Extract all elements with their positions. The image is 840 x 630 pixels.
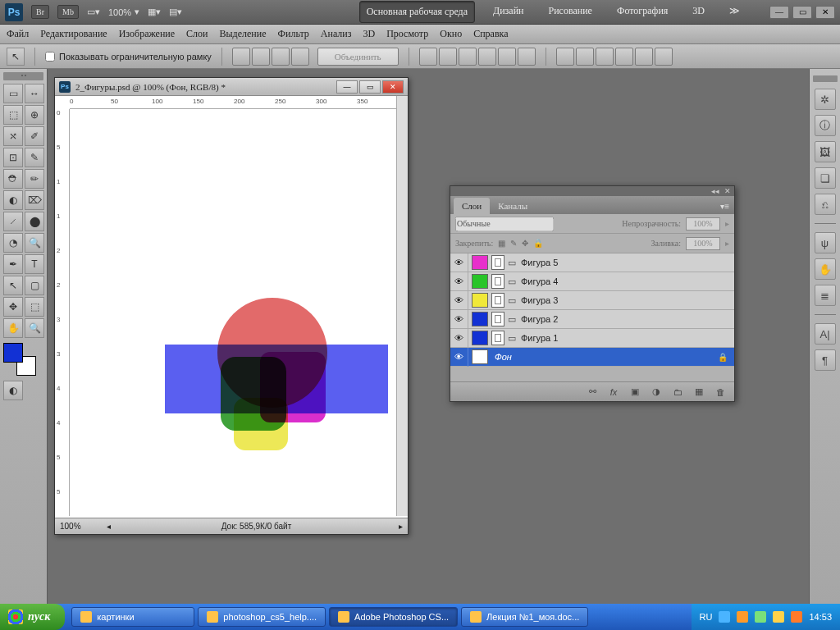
layer-row[interactable]: 👁▭Фигура 5 xyxy=(450,253,734,272)
link-layers-icon[interactable]: ⚯ xyxy=(585,385,600,399)
tool-15[interactable]: 🔍 xyxy=(25,233,44,253)
fill-field[interactable]: 100% xyxy=(686,237,720,250)
tool-23[interactable]: 🔍 xyxy=(25,318,44,338)
toolbox-grip-icon[interactable] xyxy=(3,72,43,80)
menu-edit[interactable]: Редактирование xyxy=(40,28,107,40)
tray-icon-2[interactable] xyxy=(737,611,748,623)
dock-icon-7[interactable]: ✋ xyxy=(815,258,836,280)
taskbar-task[interactable]: картинки xyxy=(71,607,194,627)
tool-4[interactable]: ⤯ xyxy=(3,126,23,146)
canvas[interactable] xyxy=(70,109,396,516)
vertical-ruler[interactable]: 051122334455 xyxy=(55,109,70,516)
layer-row[interactable]: 👁▭Фигура 4 xyxy=(450,272,734,291)
arrange-dropdown[interactable]: ▦▾ xyxy=(148,7,161,17)
ws-tab-3d[interactable]: 3D xyxy=(686,1,711,23)
dock-icon-10[interactable]: A| xyxy=(815,323,836,345)
menu-view[interactable]: Просмотр xyxy=(386,28,428,40)
tool-3[interactable]: ⊕ xyxy=(25,105,44,125)
close-button[interactable]: ✕ xyxy=(815,6,835,19)
doc-nav-icon[interactable]: ◂ xyxy=(103,522,114,531)
visibility-icon[interactable]: 👁 xyxy=(450,329,468,348)
screenmode-dropdown[interactable]: ▭▾ xyxy=(87,7,100,17)
extras-dropdown[interactable]: ▤▾ xyxy=(169,7,182,17)
align-btn-3[interactable] xyxy=(272,48,290,66)
menu-file[interactable]: Файл xyxy=(7,28,29,40)
dist-bottom-icon[interactable] xyxy=(596,48,614,66)
dock-icon-0[interactable]: ✲ xyxy=(815,89,836,110)
adjustment-layer-icon[interactable]: ◑ xyxy=(649,385,664,399)
menu-3d[interactable]: 3D xyxy=(363,28,375,40)
layer-row[interactable]: 👁▭Фигура 2 xyxy=(450,310,734,329)
horizontal-ruler[interactable]: 050100150200250300350 xyxy=(70,96,396,109)
layer-fx-icon[interactable]: fx xyxy=(606,385,621,399)
tool-14[interactable]: ◔ xyxy=(3,233,23,253)
align-right-icon[interactable] xyxy=(518,48,536,66)
layer-group-icon[interactable]: 🗀 xyxy=(670,385,685,399)
merge-button[interactable]: Объединить xyxy=(317,48,399,66)
menu-filter[interactable]: Фильтр xyxy=(278,28,309,40)
tool-8[interactable]: ⛑ xyxy=(3,169,23,189)
taskbar-task[interactable]: photoshop_cs5_help.... xyxy=(198,607,326,627)
doc-vscrollbar[interactable] xyxy=(396,96,408,516)
tool-6[interactable]: ⊡ xyxy=(3,148,23,167)
quickmask-icon[interactable]: ◐ xyxy=(3,381,23,400)
delete-layer-icon[interactable]: 🗑 xyxy=(713,385,728,399)
tool-11[interactable]: ⌦ xyxy=(25,190,44,210)
vector-mask-icon[interactable] xyxy=(491,274,504,289)
align-top-icon[interactable] xyxy=(419,48,437,66)
menu-analysis[interactable]: Анализ xyxy=(321,28,352,40)
vector-mask-icon[interactable] xyxy=(491,312,504,326)
layer-row[interactable]: 👁▭Фигура 1 xyxy=(450,329,734,348)
vector-mask-icon[interactable] xyxy=(491,331,504,345)
menu-select[interactable]: Выделение xyxy=(220,28,267,40)
layer-thumb[interactable] xyxy=(472,331,488,345)
dock-icon-4[interactable]: ⎌ xyxy=(815,194,836,215)
tool-0[interactable]: ▭ xyxy=(3,84,23,103)
minibridge-btn[interactable]: Mb xyxy=(57,5,79,19)
tray-icon-5[interactable] xyxy=(791,611,802,623)
taskbar-task[interactable]: Adobe Photoshop CS... xyxy=(329,607,458,627)
tray-icon-1[interactable] xyxy=(719,611,730,623)
tool-17[interactable]: T xyxy=(25,254,44,274)
align-btn-1[interactable] xyxy=(232,48,250,66)
align-left-icon[interactable] xyxy=(478,48,496,66)
vector-mask-icon[interactable] xyxy=(491,293,504,308)
tool-5[interactable]: ✐ xyxy=(25,126,44,146)
visibility-icon[interactable]: 👁 xyxy=(450,291,468,310)
align-hcenter-icon[interactable] xyxy=(498,48,516,66)
dist-right-icon[interactable] xyxy=(655,48,673,66)
shape-rounded-yellow[interactable] xyxy=(234,398,288,450)
dist-left-icon[interactable] xyxy=(615,48,633,66)
vector-mask-icon[interactable] xyxy=(491,255,504,270)
tool-19[interactable]: ▢ xyxy=(25,276,44,295)
panel-close-icon[interactable]: ✕ xyxy=(724,187,731,195)
panel-header[interactable]: ◂◂ ✕ xyxy=(450,186,734,196)
layer-thumb[interactable] xyxy=(472,255,488,270)
dock-icon-11[interactable]: ¶ xyxy=(815,349,836,371)
tool-13[interactable]: ⬤ xyxy=(25,212,44,231)
layer-mask-icon[interactable]: ▣ xyxy=(628,385,642,399)
color-swatches[interactable] xyxy=(3,343,36,376)
layer-row-background[interactable]: 👁Фон🔒 xyxy=(450,348,734,367)
doc-titlebar[interactable]: Ps 2_Фигуры.psd @ 100% (Фон, RGB/8) * — … xyxy=(55,78,408,96)
bridge-btn[interactable]: Br xyxy=(31,5,49,19)
ws-tab-painting[interactable]: Рисование xyxy=(542,1,599,23)
doc-info[interactable]: Док: 585,9К/0 байт xyxy=(114,522,399,531)
tool-12[interactable]: ⟋ xyxy=(3,212,23,231)
doc-close-button[interactable]: ✕ xyxy=(382,80,404,94)
tab-channels[interactable]: Каналы xyxy=(490,198,536,214)
tool-18[interactable]: ↖ xyxy=(3,276,23,295)
dock-icon-6[interactable]: ψ xyxy=(815,232,836,253)
tray-icon-3[interactable] xyxy=(755,611,766,623)
layer-thumb[interactable] xyxy=(472,349,488,364)
dock-icon-1[interactable]: ⓘ xyxy=(815,115,836,136)
maximize-button[interactable]: ▭ xyxy=(792,6,812,19)
dock-icon-8[interactable]: ≣ xyxy=(815,285,836,306)
tool-20[interactable]: ✥ xyxy=(3,297,23,317)
ws-tab-main[interactable]: Основная рабочая среда xyxy=(359,1,475,23)
dock-icon-2[interactable]: 🖼 xyxy=(815,141,836,162)
menu-help[interactable]: Справка xyxy=(473,28,508,40)
tool-21[interactable]: ⬚ xyxy=(25,297,44,317)
align-btn-2[interactable] xyxy=(252,48,270,66)
layer-thumb[interactable] xyxy=(472,312,488,326)
